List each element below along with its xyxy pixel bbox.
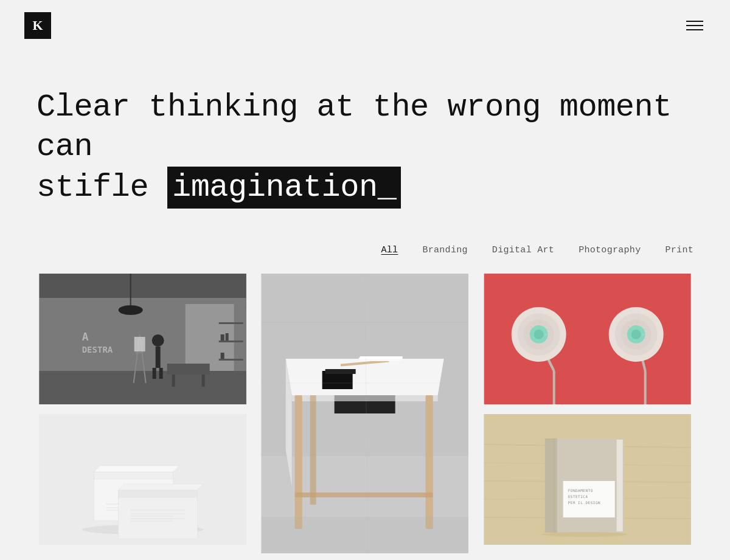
svg-marker-32 xyxy=(94,466,179,472)
svg-rect-38 xyxy=(119,490,198,497)
svg-point-92 xyxy=(546,328,548,331)
svg-point-87 xyxy=(534,330,543,339)
filter-digital-art[interactable]: Digital Art xyxy=(492,245,554,255)
filter-all[interactable]: All xyxy=(381,245,398,255)
svg-rect-19 xyxy=(219,340,243,342)
svg-rect-115 xyxy=(544,438,557,533)
gallery-item-speakers[interactable] xyxy=(481,274,693,404)
hero-headline: Clear thinking at the wrong moment can s… xyxy=(36,88,681,209)
svg-rect-26 xyxy=(202,375,205,387)
svg-rect-21 xyxy=(221,334,224,340)
svg-rect-57 xyxy=(295,493,433,497)
svg-point-89 xyxy=(534,322,536,325)
svg-rect-66 xyxy=(262,517,468,553)
svg-rect-62 xyxy=(325,369,356,374)
gallery-column-3: FONDAMENTO ESTETICA PER IL DESIGN xyxy=(481,274,693,560)
svg-point-93 xyxy=(544,333,547,336)
svg-rect-15 xyxy=(134,337,145,351)
gallery-item-desk[interactable] xyxy=(259,274,471,553)
studio-image: A DESTRA xyxy=(36,274,249,404)
svg-rect-55 xyxy=(426,395,433,529)
svg-text:PER IL DESIGN: PER IL DESIGN xyxy=(568,500,600,505)
svg-point-7 xyxy=(119,305,143,315)
svg-rect-9 xyxy=(156,347,161,368)
svg-point-100 xyxy=(631,330,641,339)
svg-point-88 xyxy=(530,326,532,328)
hero-line2-prefix: stifle xyxy=(36,170,148,206)
svg-point-102 xyxy=(631,322,633,325)
site-header: K xyxy=(0,0,730,51)
svg-rect-25 xyxy=(172,375,175,387)
boxes-image: CLOUD INC xyxy=(36,414,249,545)
gallery-column-1: A DESTRA xyxy=(36,274,249,560)
filter-branding[interactable]: Branding xyxy=(422,245,467,255)
hero-highlight: imagination_ xyxy=(167,167,401,209)
hamburger-icon xyxy=(686,21,703,22)
svg-point-101 xyxy=(627,326,630,328)
hero-section: Clear thinking at the wrong moment can s… xyxy=(0,51,718,233)
svg-rect-18 xyxy=(219,322,243,324)
svg-text:FONDAMENTO: FONDAMENTO xyxy=(568,488,593,493)
svg-rect-24 xyxy=(167,364,210,375)
gallery-grid: A DESTRA xyxy=(0,274,730,560)
gallery-item-boxes[interactable]: CLOUD INC xyxy=(36,414,249,545)
svg-rect-37 xyxy=(119,493,198,539)
hamburger-icon xyxy=(686,29,703,30)
gallery-column-2 xyxy=(259,274,471,560)
svg-rect-118 xyxy=(563,481,614,517)
svg-rect-31 xyxy=(94,472,173,479)
svg-marker-39 xyxy=(119,484,204,490)
svg-text:ESTETICA: ESTETICA xyxy=(568,494,588,499)
svg-rect-56 xyxy=(310,395,316,505)
filter-print[interactable]: Print xyxy=(665,245,693,255)
svg-point-104 xyxy=(641,323,643,326)
filter-nav: All Branding Digital Art Photography Pri… xyxy=(0,233,730,274)
svg-rect-116 xyxy=(616,440,622,531)
svg-rect-5 xyxy=(40,371,246,404)
logo-text: K xyxy=(32,18,43,33)
svg-point-103 xyxy=(636,321,638,323)
svg-text:DESTRA: DESTRA xyxy=(82,345,113,354)
svg-rect-53 xyxy=(295,395,302,529)
logo[interactable]: K xyxy=(24,12,51,39)
hero-line-2: stifle imagination_ xyxy=(36,170,401,206)
filter-photography[interactable]: Photography xyxy=(579,245,641,255)
speakers-image xyxy=(481,274,693,404)
gallery-item-studio[interactable]: A DESTRA xyxy=(36,274,249,404)
svg-rect-60 xyxy=(360,356,403,359)
svg-rect-23 xyxy=(221,353,224,359)
svg-point-105 xyxy=(643,328,645,331)
svg-text:A: A xyxy=(82,330,89,343)
svg-rect-10 xyxy=(153,368,156,379)
book-image: FONDAMENTO ESTETICA PER IL DESIGN xyxy=(481,414,693,545)
svg-rect-11 xyxy=(159,368,163,379)
svg-point-122 xyxy=(541,532,627,537)
svg-point-106 xyxy=(642,333,644,336)
svg-rect-20 xyxy=(219,359,243,361)
svg-point-91 xyxy=(543,323,546,326)
hero-line-1: Clear thinking at the wrong moment can xyxy=(36,89,672,165)
svg-rect-22 xyxy=(226,333,229,340)
svg-point-8 xyxy=(152,334,164,347)
desk-image xyxy=(259,274,471,553)
gallery-item-book[interactable]: FONDAMENTO ESTETICA PER IL DESIGN xyxy=(481,414,693,545)
svg-point-90 xyxy=(538,321,541,323)
hamburger-button[interactable] xyxy=(684,18,706,33)
hamburger-icon xyxy=(686,25,703,26)
